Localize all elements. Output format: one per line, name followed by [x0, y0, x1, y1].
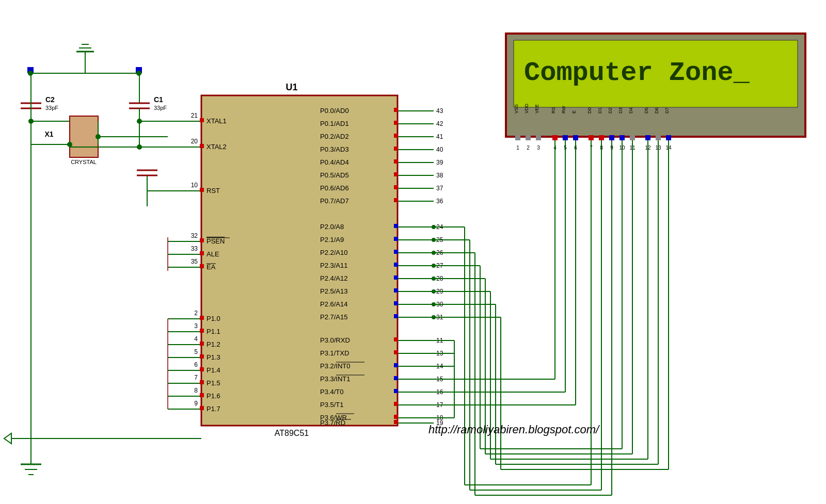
watermark: http://ramoliyabiren.blogspot.com/	[428, 423, 600, 436]
pin-xtal2-label: XTAL2	[206, 143, 227, 151]
pin-xtal1-num: 21	[191, 112, 198, 119]
svg-rect-164	[656, 135, 661, 140]
svg-text:1: 1	[516, 145, 519, 151]
svg-rect-154	[599, 135, 604, 140]
ic-part-name: AT89C51	[275, 429, 309, 437]
svg-rect-56	[394, 159, 398, 164]
svg-rect-152	[589, 135, 594, 140]
svg-rect-92	[394, 288, 398, 292]
svg-text:39: 39	[436, 159, 443, 166]
svg-point-220	[137, 119, 142, 124]
svg-rect-19	[200, 354, 204, 359]
svg-text:5: 5	[194, 348, 198, 355]
lcd-pin-d4: D4	[628, 107, 633, 113]
svg-text:P0.1/AD1: P0.1/AD1	[320, 120, 349, 127]
pin-ale-num: 33	[191, 245, 198, 252]
pin-p10-label: P1.0	[206, 315, 220, 322]
svg-rect-64	[394, 185, 398, 189]
pin-psen-dot	[200, 238, 204, 242]
svg-text:37: 37	[436, 185, 443, 192]
svg-text:P3.4/T0: P3.4/T0	[320, 388, 344, 396]
svg-rect-44	[394, 121, 398, 125]
svg-rect-31	[200, 393, 204, 397]
c2-label: C2	[45, 95, 55, 104]
svg-rect-142	[526, 135, 531, 140]
pin-psen-num: 32	[191, 232, 198, 239]
svg-rect-15	[200, 342, 204, 346]
svg-text:P1.1: P1.1	[206, 328, 220, 335]
pin-rst-num: 10	[191, 182, 198, 189]
lcd-pin-d3: D3	[618, 107, 623, 113]
svg-rect-122	[394, 389, 398, 393]
svg-text:2: 2	[527, 145, 530, 151]
svg-point-251	[432, 225, 436, 229]
svg-text:P2.3/A11: P2.3/A11	[320, 262, 348, 269]
svg-rect-150	[573, 135, 578, 140]
svg-text:P1.4: P1.4	[206, 366, 220, 374]
svg-rect-80	[394, 250, 398, 254]
svg-text:P3.1/TXD: P3.1/TXD	[320, 349, 349, 357]
svg-point-256	[432, 289, 436, 294]
svg-rect-144	[536, 135, 541, 140]
svg-rect-108	[394, 350, 398, 354]
svg-text:4: 4	[194, 335, 198, 343]
pin-ea-dot	[200, 264, 204, 268]
svg-rect-158	[620, 135, 625, 140]
svg-rect-126	[394, 402, 398, 406]
svg-point-254	[432, 264, 436, 268]
ic-label-u1: U1	[285, 82, 297, 92]
svg-point-252	[432, 238, 436, 242]
svg-rect-100	[394, 314, 398, 318]
svg-text:40: 40	[436, 146, 443, 153]
svg-rect-139	[515, 135, 520, 140]
crystal-x1-label: X1	[44, 130, 53, 138]
svg-text:P1.7: P1.7	[206, 405, 220, 413]
pin-ale-label: ALE	[206, 250, 219, 258]
svg-text:P2.2/A10: P2.2/A10	[320, 249, 348, 256]
svg-point-258	[432, 315, 436, 319]
svg-point-223	[96, 134, 101, 139]
svg-text:P3.7/RD: P3.7/RD	[320, 419, 345, 427]
svg-rect-68	[394, 198, 398, 202]
lcd-text-line1: Computer Zone_	[524, 58, 750, 88]
svg-text:P2.0/A8: P2.0/A8	[320, 223, 344, 231]
svg-point-215	[136, 71, 141, 76]
svg-rect-88	[394, 275, 398, 280]
svg-text:P1.5: P1.5	[206, 379, 220, 387]
svg-text:P2.4/A12: P2.4/A12	[320, 274, 348, 282]
c1-label: C1	[154, 95, 163, 104]
pin-psen-label: PSEN	[206, 237, 225, 245]
svg-rect-11	[200, 329, 204, 333]
svg-text:P2.7/A15: P2.7/A15	[320, 313, 348, 321]
pin-p10-dot	[200, 316, 204, 320]
svg-rect-52	[394, 147, 398, 151]
lcd-pin-vss: VSS	[514, 104, 519, 113]
svg-rect-84	[394, 263, 398, 267]
svg-text:41: 41	[436, 133, 443, 140]
svg-text:38: 38	[436, 172, 443, 179]
svg-text:3: 3	[537, 145, 540, 151]
lcd-pin-d7: D7	[664, 107, 670, 113]
pin-rst-label: RST	[206, 187, 220, 194]
pin-xtal2-num: 20	[191, 138, 198, 145]
svg-text:P3.2/INT0: P3.2/INT0	[320, 362, 351, 370]
lcd-pin-d1: D1	[597, 107, 602, 113]
lcd-pin-d0: D0	[587, 107, 592, 113]
svg-rect-146	[552, 135, 558, 140]
c1-value: 33pF	[154, 105, 167, 111]
svg-text:3: 3	[194, 322, 198, 330]
crystal-label: CRYSTAL	[71, 159, 97, 165]
svg-text:P2.6/A14: P2.6/A14	[320, 300, 348, 308]
svg-rect-148	[563, 135, 568, 140]
svg-text:P3.0/RXD: P3.0/RXD	[320, 336, 350, 344]
svg-rect-27	[200, 380, 204, 384]
lcd-pin-d5: D5	[644, 107, 649, 113]
pin-xtal1-label: XTAL1	[206, 117, 227, 125]
lcd-pin-d6: D6	[654, 107, 659, 113]
svg-text:P0.7/AD7: P0.7/AD7	[320, 197, 349, 205]
svg-point-230	[67, 142, 72, 147]
lcd-pin-vee: VEE	[534, 104, 539, 113]
svg-text:8: 8	[194, 387, 198, 394]
pin-p10-num: 2	[194, 310, 198, 317]
pin-ale-dot	[200, 251, 204, 255]
